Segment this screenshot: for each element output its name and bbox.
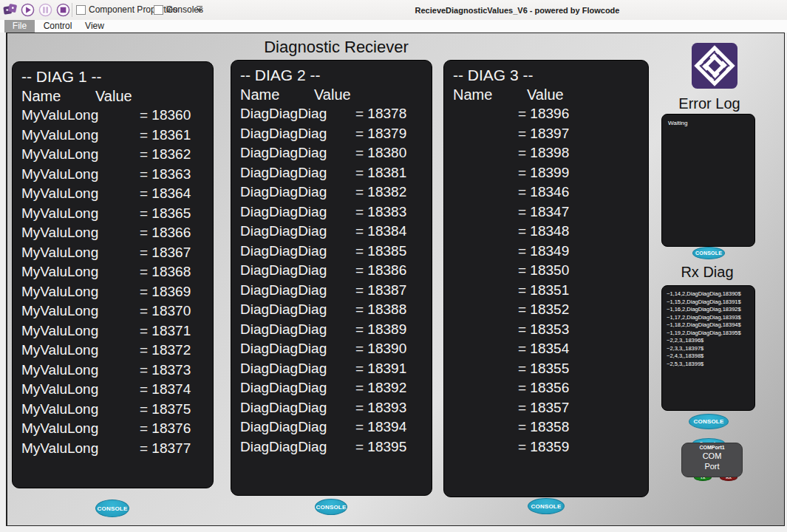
diag-row: DiagDiagDiag= 18395 bbox=[240, 437, 432, 457]
tab-control[interactable]: Control bbox=[41, 20, 75, 33]
diag-row-name: MyValuLong bbox=[21, 439, 140, 459]
diag-row: MyValuLong= 18370 bbox=[21, 301, 213, 321]
rx-diag-line: ~1,19,2,DiagDiagDiag,18395$ bbox=[667, 330, 754, 338]
page-title: Diagnostic Reciever bbox=[7, 38, 665, 57]
diag2-value-col: Value bbox=[314, 85, 351, 104]
rx-diag-line: ~2,2,3,,18396$ bbox=[667, 337, 754, 345]
diag-row-name bbox=[453, 202, 518, 222]
diag3-header: -- DIAG 3 -- bbox=[453, 65, 648, 85]
diag-row: DiagDiagDiag= 18394 bbox=[240, 417, 432, 437]
diag-row: = 18355 bbox=[453, 359, 648, 379]
rx-diag-line: ~1,14,2,DiagDiagDiag,18390$ bbox=[667, 290, 754, 299]
diag-row-name: MyValuLong bbox=[21, 361, 140, 381]
diag-row-value: = 18359 bbox=[518, 437, 569, 457]
diag-row-name bbox=[453, 183, 518, 202]
diag-row-name: DiagDiagDiag bbox=[240, 202, 355, 222]
diag-row: DiagDiagDiag= 18393 bbox=[240, 398, 432, 418]
diag-row: DiagDiagDiag= 18392 bbox=[240, 378, 432, 398]
com-port-line2: Port bbox=[682, 461, 742, 471]
diag-row-name: MyValuLong bbox=[21, 145, 140, 165]
consoles-checkbox[interactable] bbox=[154, 5, 163, 15]
diag-row-value: = 18364 bbox=[140, 184, 191, 204]
rx-diag-line: ~2,5,3,,18399$ bbox=[667, 361, 754, 369]
diag-row-value: = 18369 bbox=[140, 282, 191, 302]
diag-row-name: DiagDiagDiag bbox=[240, 320, 355, 340]
diag-row-name: DiagDiagDiag bbox=[240, 242, 355, 262]
diag-row: DiagDiagDiag= 18380 bbox=[240, 143, 432, 163]
diag-row-value: = 18395 bbox=[355, 437, 406, 457]
toolbar: Component Properties Consoles RecieveDia… bbox=[0, 0, 787, 20]
diag-row-value: = 18379 bbox=[355, 124, 406, 144]
stop-icon[interactable] bbox=[56, 3, 70, 17]
diag-row-name: MyValuLong bbox=[21, 262, 140, 282]
diag-row-value: = 18380 bbox=[355, 143, 406, 163]
diag-row-value: = 18347 bbox=[518, 202, 569, 222]
diag-row-name: MyValuLong bbox=[21, 419, 140, 439]
diag-row-name: MyValuLong bbox=[21, 341, 140, 361]
diag-row: DiagDiagDiag= 18382 bbox=[240, 183, 432, 202]
flowcode-app-icon bbox=[3, 3, 17, 17]
diag-row-value: = 18392 bbox=[355, 378, 406, 398]
diag-row-value: = 18354 bbox=[518, 339, 569, 359]
pin-overflow-icon[interactable] bbox=[196, 5, 204, 14]
diag-row-name: DiagDiagDiag bbox=[240, 104, 355, 124]
diag-row: = 18346 bbox=[453, 183, 648, 202]
diag-row-name: DiagDiagDiag bbox=[240, 398, 355, 418]
diag-row-name bbox=[453, 437, 518, 457]
diag-row-name: DiagDiagDiag bbox=[240, 300, 355, 320]
diag-row-name bbox=[453, 143, 518, 163]
diag-row-name bbox=[453, 339, 518, 359]
diag-row-value: = 18363 bbox=[140, 165, 191, 185]
diag3-panel: -- DIAG 3 -- Name Value = 18396= 18397= … bbox=[443, 60, 649, 497]
diag-row-value: = 18389 bbox=[355, 320, 406, 340]
diag-row: = 18352 bbox=[453, 300, 648, 320]
diag-row: = 18357 bbox=[453, 398, 648, 418]
diag-row: = 18396 bbox=[453, 104, 648, 124]
diag1-console-button[interactable]: CONSOLE bbox=[95, 499, 129, 517]
diag-row-value: = 18353 bbox=[518, 320, 569, 340]
diag-row: DiagDiagDiag= 18379 bbox=[240, 124, 432, 144]
diag-row: DiagDiagDiag= 18378 bbox=[240, 104, 432, 124]
tab-view[interactable]: View bbox=[81, 20, 109, 33]
diag-row-value: = 18373 bbox=[140, 361, 191, 381]
flowcode-logo-icon bbox=[689, 43, 740, 89]
diag-row-name: DiagDiagDiag bbox=[240, 143, 355, 163]
error-log-title: Error Log bbox=[658, 95, 761, 112]
diag-row-value: = 18386 bbox=[355, 261, 406, 281]
component-properties-checkbox[interactable] bbox=[76, 5, 86, 15]
rx-diag-console[interactable]: ~1,14,2,DiagDiagDiag,18390$~1,15,2,DiagD… bbox=[661, 285, 755, 411]
rx-diag-console-button[interactable]: CONSOLE bbox=[689, 414, 729, 429]
diag3-console-button[interactable]: CONSOLE bbox=[528, 498, 565, 514]
diag-row-value: = 18382 bbox=[355, 183, 406, 202]
diag-row: MyValuLong= 18367 bbox=[21, 243, 213, 263]
diag-row-value: = 18374 bbox=[140, 380, 191, 400]
diag-row-name: DiagDiagDiag bbox=[240, 183, 355, 202]
diag-row-name bbox=[453, 417, 518, 437]
diag-row-value: = 18397 bbox=[518, 124, 569, 144]
diag-row-name: MyValuLong bbox=[21, 184, 140, 204]
diag-row-value: = 18390 bbox=[355, 339, 406, 359]
diag-row: = 18348 bbox=[453, 222, 648, 242]
diag-row: MyValuLong= 18361 bbox=[21, 126, 213, 146]
component-properties-label: Component Properties bbox=[89, 4, 177, 15]
diag-row-value: = 18351 bbox=[518, 281, 569, 301]
diag2-console-button[interactable]: CONSOLE bbox=[315, 499, 347, 515]
diag-row-name: MyValuLong bbox=[21, 106, 140, 126]
diag-row-value: = 18362 bbox=[140, 145, 191, 165]
diag-row-value: = 18349 bbox=[518, 242, 569, 262]
tab-bar: File Control View bbox=[0, 20, 787, 33]
diag-row-value: = 18377 bbox=[140, 439, 191, 459]
diag-row-name bbox=[453, 281, 518, 301]
diag-row: DiagDiagDiag= 18384 bbox=[240, 222, 432, 242]
pause-icon[interactable] bbox=[38, 3, 52, 17]
com-port-component[interactable]: COMPort1 COM Port bbox=[681, 443, 743, 477]
diag-row: MyValuLong= 18377 bbox=[21, 439, 213, 459]
diag2-panel: -- DIAG 2 -- Name Value DiagDiagDiag= 18… bbox=[231, 60, 432, 496]
diag-row-value: = 18367 bbox=[140, 243, 191, 263]
error-log-console[interactable]: Waiting bbox=[661, 114, 755, 247]
play-icon[interactable] bbox=[21, 3, 35, 17]
error-log-console-button[interactable]: CONSOLE bbox=[692, 247, 725, 259]
diag-row: = 18349 bbox=[453, 242, 648, 262]
window-bottom-edge bbox=[0, 527, 787, 532]
tab-file[interactable]: File bbox=[4, 20, 35, 33]
